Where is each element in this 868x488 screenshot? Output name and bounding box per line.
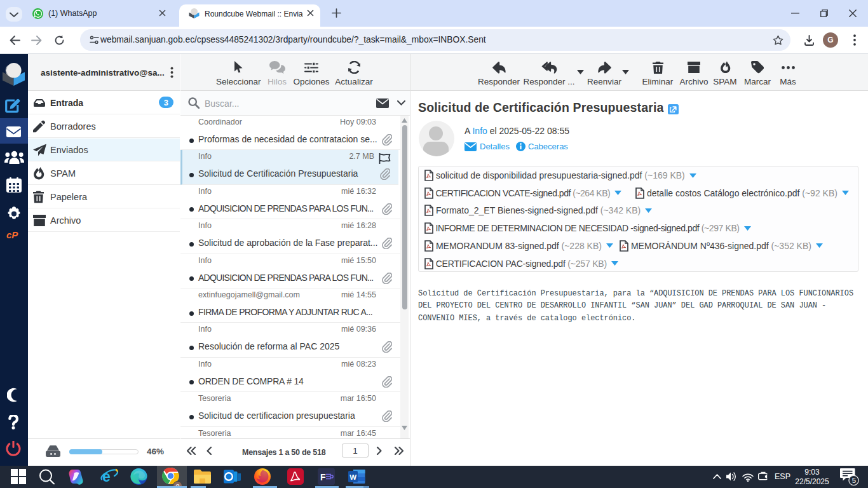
svg-text:W: W [349,473,356,481]
svg-text:5: 5 [852,477,856,484]
svg-text:F: F [320,472,326,482]
